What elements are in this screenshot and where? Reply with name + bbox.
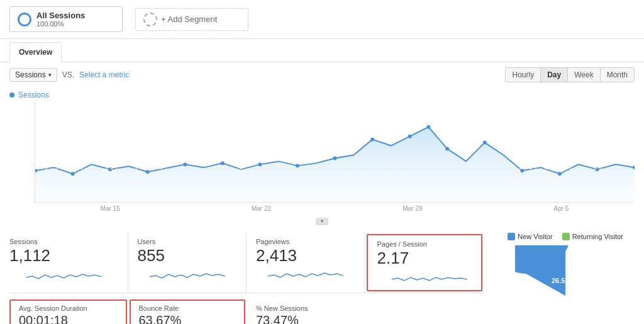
- stat-avg-session-value: 00:01:18: [19, 313, 118, 324]
- svg-point-12: [445, 147, 449, 151]
- chart-label: Sessions: [9, 91, 635, 99]
- svg-point-14: [520, 169, 524, 172]
- svg-point-16: [595, 167, 599, 171]
- dropdown-arrow-icon: ▾: [48, 72, 52, 78]
- add-circle-icon: [143, 13, 157, 26]
- controls-bar: Sessions ▾ VS. Select a metric Hourly Da…: [0, 62, 644, 87]
- tabs-bar: Overview: [0, 39, 644, 62]
- stat-users-sparkline: [138, 267, 237, 282]
- svg-point-15: [558, 172, 562, 176]
- select-metric-link[interactable]: Select a metric: [79, 70, 129, 79]
- tab-overview[interactable]: Overview: [9, 42, 62, 62]
- chart-area: Sessions 100 50: [0, 87, 644, 226]
- svg-point-4: [183, 162, 187, 166]
- svg-point-2: [108, 167, 112, 171]
- stat-bounce-rate-label: Bounce Rate: [139, 304, 236, 312]
- week-button[interactable]: Week: [567, 67, 600, 82]
- svg-point-1: [71, 172, 75, 176]
- stat-avg-session: Avg. Session Duration 00:01:18: [9, 299, 127, 324]
- x-label-mar29: Mar 29: [402, 205, 422, 212]
- stat-pages-session-value: 2.17: [377, 249, 482, 267]
- add-segment-button[interactable]: + Add Segment: [135, 8, 248, 31]
- stat-users: Users 855: [128, 233, 247, 293]
- legend-new-visitor: New Visitor: [508, 233, 552, 240]
- stat-sessions-label: Sessions: [9, 238, 118, 245]
- sessions-metric-label: Sessions: [15, 70, 46, 79]
- svg-point-6: [258, 162, 262, 166]
- returning-visitor-legend-dot: [562, 233, 570, 240]
- svg-point-3: [146, 170, 150, 174]
- pie-legend: New Visitor Returning Visitor: [508, 233, 623, 240]
- stat-users-value: 855: [138, 247, 237, 265]
- segment-name: All Sessions: [36, 11, 85, 20]
- stat-avg-session-label: Avg. Session Duration: [19, 304, 118, 312]
- stat-bounce-rate: Bounce Rate 63.67%: [130, 299, 246, 324]
- stat-new-sessions-label: % New Sessions: [256, 304, 356, 312]
- stat-bounce-rate-value: 63.67%: [139, 313, 236, 324]
- returning-visitor-legend-label: Returning Visitor: [572, 233, 623, 240]
- segment-info: All Sessions 100.00%: [36, 11, 85, 28]
- pie-chart: 26.5% 73.5%: [515, 245, 616, 324]
- stat-sessions-sparkline: [9, 267, 118, 282]
- stat-pageviews-value: 2,413: [256, 247, 355, 265]
- x-label-apr5: Apr 5: [553, 205, 569, 212]
- stat-pageviews-label: Pageviews: [256, 238, 355, 245]
- svg-point-5: [221, 161, 225, 165]
- x-label-mar22: Mar 22: [252, 205, 271, 212]
- stat-pages-session: Pages / Session 2.17: [367, 234, 483, 291]
- expand-button[interactable]: ▾: [9, 215, 635, 226]
- expand-arrow-icon: ▾: [316, 218, 328, 225]
- stat-sessions: Sessions 1,112: [9, 233, 128, 293]
- svg-point-11: [426, 125, 430, 129]
- sessions-metric-select[interactable]: Sessions ▾: [9, 68, 57, 82]
- stat-new-sessions-value: 73.47%: [256, 313, 356, 324]
- time-period-controls: Hourly Day Week Month: [505, 67, 635, 82]
- legend-returning-visitor: Returning Visitor: [562, 233, 623, 240]
- segment-percent: 100.00%: [36, 20, 85, 28]
- month-button[interactable]: Month: [600, 67, 635, 82]
- stats-left: Sessions 1,112 Users 855 Pagevie: [9, 233, 484, 324]
- hourly-button[interactable]: Hourly: [505, 67, 541, 82]
- stats-row-1: Sessions 1,112 Users 855 Pagevie: [9, 233, 484, 293]
- stat-pages-session-label: Pages / Session: [377, 240, 482, 248]
- svg-text:73.5%: 73.5%: [572, 308, 591, 316]
- stat-users-label: Users: [138, 238, 237, 245]
- stats-section: Sessions 1,112 Users 855 Pagevie: [0, 226, 644, 324]
- add-segment-label: + Add Segment: [161, 14, 217, 24]
- stat-pageviews-sparkline: [256, 267, 355, 282]
- controls-left: Sessions ▾ VS. Select a metric: [9, 68, 129, 82]
- stat-sessions-value: 1,112: [9, 247, 118, 265]
- new-visitor-legend-label: New Visitor: [518, 233, 552, 240]
- stat-empty: [365, 299, 484, 324]
- stat-new-sessions: % New Sessions 73.47%: [247, 299, 365, 324]
- svg-point-13: [483, 141, 487, 145]
- chart-metric-label: Sessions: [18, 91, 49, 99]
- stat-pageviews: Pageviews 2,413: [247, 233, 365, 293]
- svg-point-10: [408, 135, 412, 138]
- pie-chart-svg: 26.5% 73.5%: [515, 245, 616, 324]
- vs-label: VS.: [62, 70, 74, 79]
- stat-pages-session-sparkline: [377, 270, 482, 285]
- svg-point-8: [333, 156, 337, 160]
- new-visitor-legend-dot: [508, 233, 515, 240]
- segment-circle-icon: [18, 13, 31, 26]
- chart-container[interactable]: [35, 102, 635, 203]
- day-button[interactable]: Day: [540, 67, 568, 82]
- x-axis-labels: Mar 15 Mar 22 Mar 29 Apr 5: [35, 203, 635, 215]
- svg-point-7: [296, 164, 299, 167]
- svg-point-9: [370, 138, 374, 142]
- svg-text:26.5%: 26.5%: [552, 277, 571, 284]
- x-label-mar15: Mar 15: [101, 205, 120, 212]
- pie-chart-section: New Visitor Returning Visitor: [496, 233, 635, 324]
- chart-dot-icon: [9, 92, 14, 98]
- stats-row-2: Avg. Session Duration 00:01:18 Bounce Ra…: [9, 299, 484, 324]
- sessions-chart: [35, 102, 635, 202]
- top-bar: All Sessions 100.00% + Add Segment: [0, 0, 644, 39]
- all-sessions-segment[interactable]: All Sessions 100.00%: [9, 6, 123, 32]
